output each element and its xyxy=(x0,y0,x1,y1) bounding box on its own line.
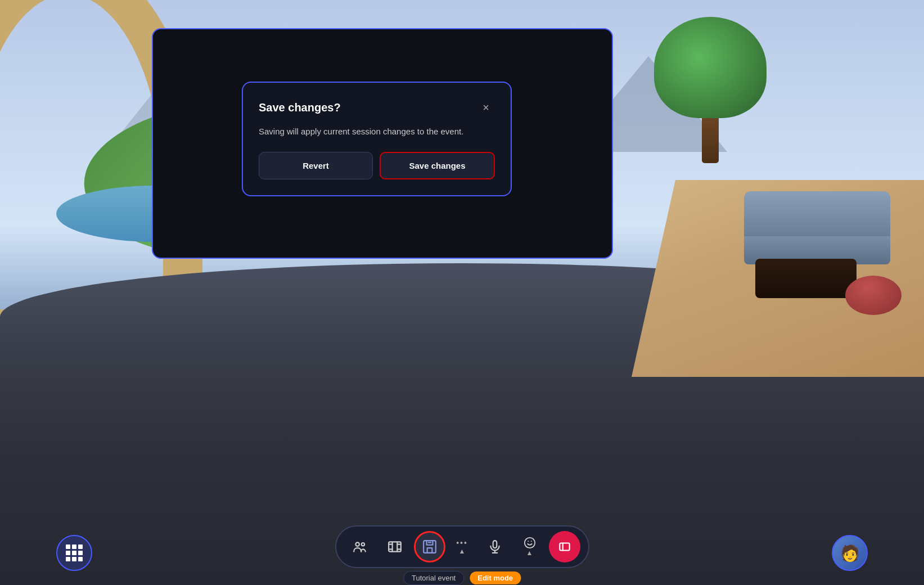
revert-button[interactable]: Revert xyxy=(259,152,373,179)
svg-point-15 xyxy=(524,538,534,548)
dialog-actions: Revert Save changes xyxy=(259,152,495,179)
close-dialog-button[interactable]: × xyxy=(477,98,495,116)
bottom-toolbar: ••• ▲ ▲ xyxy=(335,525,589,568)
chevron-up-icon-2: ▲ xyxy=(526,549,533,557)
save-changes-button[interactable]: Save changes xyxy=(380,152,495,179)
edit-mode-badge: Edit mode xyxy=(470,572,521,584)
emoji-button[interactable]: ▲ xyxy=(514,531,546,562)
media-button[interactable] xyxy=(379,531,411,562)
chevron-up-icon: ▲ xyxy=(459,547,466,555)
svg-point-0 xyxy=(355,542,359,546)
toolbar-pill: ••• ▲ ▲ xyxy=(335,525,589,568)
svg-point-1 xyxy=(361,543,364,546)
save-changes-dialog: Save changes? × Saving will apply curren… xyxy=(242,82,512,196)
save-toolbar-button[interactable] xyxy=(414,531,445,562)
sofa xyxy=(744,191,890,264)
event-name-badge: Tutorial event xyxy=(403,571,464,585)
svg-rect-2 xyxy=(389,542,401,551)
ottoman xyxy=(845,276,902,315)
more-options-button[interactable]: ••• ▲ xyxy=(449,531,476,562)
floppy-icon xyxy=(422,539,437,554)
avatar-icon: 🧑 xyxy=(840,544,860,562)
emoji-icon xyxy=(524,537,536,549)
dialog-header: Save changes? × xyxy=(259,98,495,116)
end-call-button[interactable] xyxy=(549,531,580,562)
apps-button[interactable] xyxy=(56,535,92,571)
coffee-table xyxy=(755,259,857,298)
mic-icon xyxy=(488,539,502,554)
avatar-button[interactable]: 🧑 xyxy=(832,535,868,571)
svg-rect-10 xyxy=(427,548,432,553)
svg-rect-18 xyxy=(560,543,569,551)
film-icon xyxy=(387,539,402,554)
people-button[interactable] xyxy=(344,531,376,562)
people-icon xyxy=(353,539,367,554)
apps-grid-icon xyxy=(66,544,83,561)
end-icon xyxy=(557,539,572,554)
dialog-description: Saving will apply current session change… xyxy=(259,125,495,138)
svg-rect-12 xyxy=(493,541,497,548)
tree-right xyxy=(654,17,767,163)
mic-button[interactable] xyxy=(479,531,511,562)
status-bar: Tutorial event Edit mode xyxy=(403,571,521,585)
dialog-title: Save changes? xyxy=(259,101,341,114)
